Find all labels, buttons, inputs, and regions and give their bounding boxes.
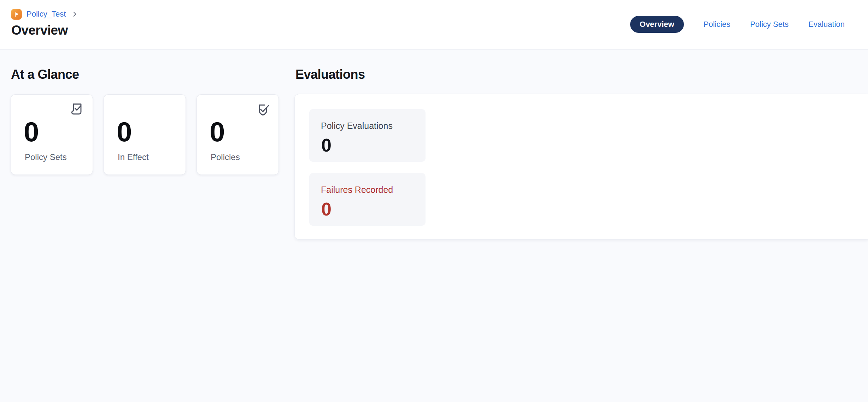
policy-evaluations-tile: Policy Evaluations 0 [309,109,426,162]
page-header: Policy_Test Overview Overview Policies P… [0,0,868,49]
in-effect-card: 0 In Effect [104,94,186,175]
tab-evaluation[interactable]: Evaluation [808,20,845,29]
policy-sets-card: 0 Policy Sets [11,94,93,175]
page-title: Overview [11,23,68,38]
in-effect-label: In Effect [118,152,149,162]
scroll-check-icon [69,102,85,117]
policies-label: Policies [211,152,240,162]
tab-overview[interactable]: Overview [630,16,684,33]
policy-evaluations-label: Policy Evaluations [321,120,393,131]
failures-recorded-tile: Failures Recorded 0 [309,173,426,226]
at-a-glance-cards: 0 Policy Sets 0 In Effect 0 Policies [11,94,279,175]
shield-check-icon [255,102,271,117]
evaluations-panel: Policy Evaluations 0 Failures Recorded 0 [294,94,868,240]
tab-policy-sets[interactable]: Policy Sets [750,20,788,29]
failures-recorded-count: 0 [321,199,332,219]
evaluations-heading: Evaluations [295,67,365,82]
in-effect-count: 0 [117,118,131,146]
flag-icon [13,11,20,18]
tab-policies[interactable]: Policies [704,20,731,29]
policy-evaluations-count: 0 [321,135,332,155]
top-nav: Overview Policies Policy Sets Evaluation [630,0,845,49]
policy-sets-count: 0 [24,118,39,146]
project-avatar-icon [11,9,22,20]
at-a-glance-heading: At a Glance [11,67,79,82]
policies-card: 0 Policies [197,94,279,175]
breadcrumb-project-link[interactable]: Policy_Test [27,10,66,19]
policies-count: 0 [210,118,224,146]
policy-sets-label: Policy Sets [25,152,67,162]
failures-recorded-label: Failures Recorded [321,184,393,195]
chevron-right-icon [71,11,78,18]
breadcrumb: Policy_Test [11,8,78,20]
